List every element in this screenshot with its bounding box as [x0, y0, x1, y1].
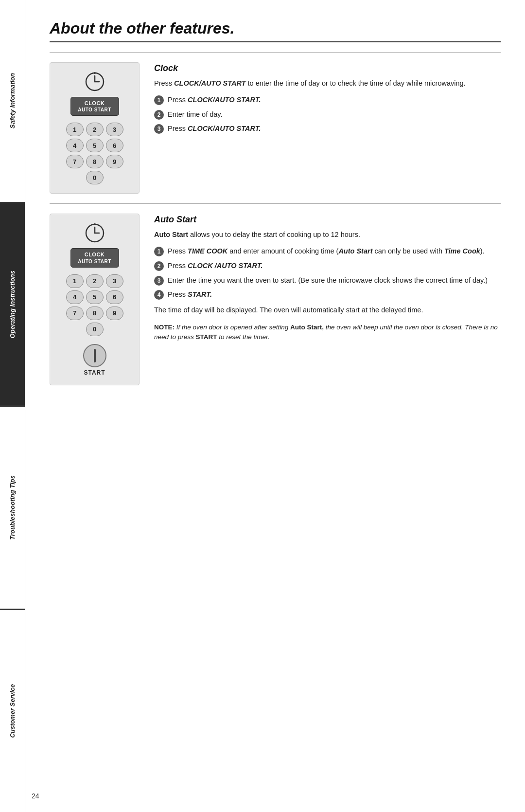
autostart-keypad-panel: CLOCK AUTO START 1 2 3 4 5 6 7 8 9 0 [50, 214, 140, 385]
clock-intro: Press CLOCK/AUTO START to enter the time… [154, 78, 501, 89]
autostart-num-btn-1[interactable]: 1 [66, 274, 84, 288]
autostart-step-4: 4 Press START. [154, 289, 501, 300]
autostart-heading: Auto Start [154, 215, 501, 225]
num-btn-9[interactable]: 9 [106, 155, 123, 168]
num-btn-6[interactable]: 6 [106, 139, 123, 152]
clock-step-2: 2 Enter time of day. [154, 109, 501, 120]
clock-button[interactable]: CLOCK AUTO START [70, 97, 119, 116]
sidebar-safety-label: Safety Information [9, 73, 16, 128]
autostart-num-btn-9[interactable]: 9 [106, 307, 123, 320]
sidebar-troubleshooting-label: Troubleshooting Tips [9, 475, 16, 540]
autostart-num-btn-3[interactable]: 3 [106, 274, 123, 288]
svg-point-3 [94, 72, 96, 74]
page-number: 24 [32, 792, 39, 800]
autostart-button-line1: CLOCK [73, 251, 117, 258]
autostart-num-btn-2[interactable]: 2 [86, 274, 104, 288]
autostart-num-btn-7[interactable]: 7 [66, 307, 84, 320]
title-underline [50, 41, 501, 42]
autostart-section-divider-top [50, 203, 501, 204]
autostart-step-num-1: 1 [154, 247, 164, 256]
svg-point-7 [94, 223, 96, 225]
autostart-step-3: 3 Enter the time you want the oven to st… [154, 275, 501, 286]
start-button[interactable] [83, 344, 106, 367]
autostart-num-btn-5[interactable]: 5 [86, 290, 104, 304]
sidebar-operating: Operating Instructions [0, 203, 25, 407]
autostart-button-line2: AUTO START [73, 258, 117, 265]
step-num-3: 3 [154, 124, 164, 134]
autostart-step-text-3: Enter the time you want the oven to star… [168, 275, 488, 286]
main-content: About the other features. CLOCK AUTO STA… [25, 0, 525, 410]
clock-step-3: 3 Press CLOCK/AUTO START. [154, 124, 501, 134]
sidebar-customer: Customer Service [0, 610, 25, 812]
svg-rect-8 [94, 349, 96, 362]
autostart-step-text-4: Press START. [168, 289, 212, 300]
num-btn-1[interactable]: 1 [66, 123, 84, 136]
autostart-num-btn-6[interactable]: 6 [106, 290, 123, 304]
clock-keypad-panel: CLOCK AUTO START 1 2 3 4 5 6 7 8 9 0 [50, 62, 140, 194]
step-text-3: Press CLOCK/AUTO START. [168, 124, 261, 134]
autostart-step-text-1: Press TIME COOK and enter amount of cook… [168, 246, 485, 257]
autostart-section: CLOCK AUTO START 1 2 3 4 5 6 7 8 9 0 [50, 214, 501, 385]
autostart-feature-text: Auto Start Auto Start allows you to dela… [154, 214, 501, 385]
sidebar-safety: Safety Information [0, 0, 25, 203]
note-text: NOTE: If the oven door is opened after s… [154, 323, 501, 343]
autostart-clock-button[interactable]: CLOCK AUTO START [70, 248, 119, 267]
autostart-step-num-4: 4 [154, 290, 164, 300]
clock-section: CLOCK AUTO START 1 2 3 4 5 6 7 8 9 0 Clo… [50, 62, 501, 194]
num-btn-7[interactable]: 7 [66, 155, 84, 168]
step-text-1: Press CLOCK/AUTO START. [168, 95, 261, 106]
autostart-steps: 1 Press TIME COOK and enter amount of co… [154, 246, 501, 300]
clock-icon [85, 72, 105, 92]
clock-button-line1: CLOCK [73, 100, 117, 107]
autostart-step-num-2: 2 [154, 261, 164, 271]
autostart-step-2: 2 Press CLOCK /AUTO START. [154, 261, 501, 271]
start-button-wrapper: START [83, 344, 106, 376]
autostart-numpad: 1 2 3 4 5 6 7 8 9 0 [66, 274, 123, 336]
start-button-label: START [84, 369, 105, 376]
clock-section-divider-top [50, 52, 501, 53]
autostart-intro: Auto Start allows you to delay the start… [154, 230, 501, 240]
clock-step-1: 1 Press CLOCK/AUTO START. [154, 95, 501, 106]
autostart-clock-icon [85, 223, 105, 243]
step-num-1: 1 [154, 95, 164, 105]
start-button-icon [90, 349, 100, 362]
autostart-num-btn-0[interactable]: 0 [86, 323, 104, 336]
clock-button-line2: AUTO START [73, 107, 117, 113]
num-btn-5[interactable]: 5 [86, 139, 104, 152]
autostart-step-1: 1 Press TIME COOK and enter amount of co… [154, 246, 501, 257]
num-btn-4[interactable]: 4 [66, 139, 84, 152]
clock-steps: 1 Press CLOCK/AUTO START. 2 Enter time o… [154, 95, 501, 134]
step-text-2: Enter time of day. [168, 109, 223, 120]
sidebar-customer-label: Customer Service [9, 684, 16, 738]
clock-feature-text: Clock Press CLOCK/AUTO START to enter th… [154, 62, 501, 194]
sidebar: Safety Information Operating Instruction… [0, 0, 25, 812]
step-num-2: 2 [154, 110, 164, 120]
sidebar-operating-label: Operating Instructions [9, 271, 16, 338]
num-btn-3[interactable]: 3 [106, 123, 123, 136]
page-title: About the other features. [50, 19, 501, 37]
num-btn-2[interactable]: 2 [86, 123, 104, 136]
num-btn-0[interactable]: 0 [86, 171, 104, 184]
clock-numpad: 1 2 3 4 5 6 7 8 9 0 [66, 123, 123, 184]
autostart-step-num-3: 3 [154, 276, 164, 286]
time-display-text: The time of day will be displayed. The o… [154, 305, 501, 316]
num-btn-8[interactable]: 8 [86, 155, 104, 168]
autostart-step-text-2: Press CLOCK /AUTO START. [168, 261, 263, 271]
autostart-num-btn-4[interactable]: 4 [66, 290, 84, 304]
sidebar-troubleshooting: Troubleshooting Tips [0, 407, 25, 610]
clock-heading: Clock [154, 63, 501, 73]
autostart-num-btn-8[interactable]: 8 [86, 307, 104, 320]
